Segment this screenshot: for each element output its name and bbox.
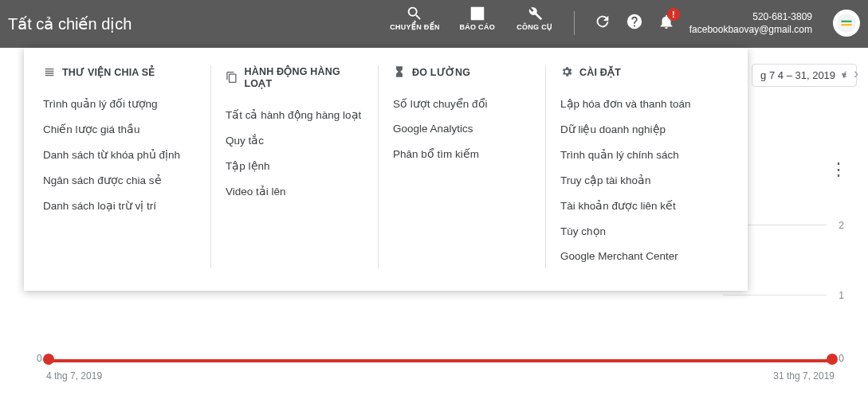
account-email: facebookbaovay@gmail.com [689,23,812,36]
axis-start-date: 4 thg 7, 2019 [46,370,102,382]
refresh-icon [594,13,611,30]
menu-item[interactable]: Tập lệnh [226,153,367,178]
svg-rect-2 [842,24,852,25]
account-info[interactable]: 520-681-3809 facebookbaovay@gmail.com [689,10,812,36]
menu-item[interactable]: Danh sách loại trừ vị trí [43,193,199,218]
menu-item-linked-accounts[interactable]: Tài khoản được liên kết [560,193,701,218]
separator [574,11,575,35]
date-next-button[interactable]: › [850,65,862,82]
menu-item[interactable]: Phân bổ tìm kiếm [393,141,534,166]
gridline [723,295,827,295]
menu-item[interactable]: Tất cả hành động hàng loạt [226,102,367,127]
date-nav: ‹ › [839,65,862,82]
reports-button[interactable]: BÁO CÁO [458,5,497,31]
alert-badge: ! [667,8,680,21]
menu-item[interactable]: Số lượt chuyển đổi [393,91,534,116]
menu-item[interactable]: Dữ liệu doanh nghiệp [560,116,701,142]
goto-search-label: CHUYỂN ĐẾN [390,23,440,31]
menu-item[interactable]: Quy tắc [226,127,367,153]
tools-button[interactable]: CÔNG CỤ [515,5,555,31]
gear-icon [560,65,573,78]
menu-item[interactable]: Lập hóa đơn và thanh toán [560,91,701,116]
menu-item[interactable]: Ngân sách được chia sẻ [43,167,199,193]
menu-item[interactable]: Trình quản lý chính sách [560,142,701,167]
avatar-icon [836,13,857,33]
date-prev-button[interactable]: ‹ [839,65,850,82]
bar-chart-icon [469,5,486,22]
menu-item[interactable]: Trình quản lý đối tượng [43,91,199,116]
col-head-bulk-actions: HÀNH ĐỘNG HÀNG LOẠT [226,65,367,89]
menu-item[interactable]: Video tải lên [226,178,367,204]
notifications-button[interactable]: ! [658,13,675,33]
col-head-settings: CÀI ĐẶT [560,65,701,78]
top-bar: Tất cả chiến dịch CHUYỂN ĐẾN BÁO CÁO CÔN… [0,0,868,48]
slider-handle-start[interactable] [43,354,54,365]
axis-right-value: 0 [839,353,844,364]
tools-label: CÔNG CỤ [516,23,552,31]
menu-item[interactable]: Google Merchant Center [560,244,701,268]
help-icon [626,13,643,30]
menu-item[interactable]: Danh sách từ khóa phủ định [43,142,199,167]
date-range-text: g 7 4 – 31, 2019 [760,69,835,81]
account-id: 520-681-3809 [752,10,812,23]
axis-end-date: 31 thg 7, 2019 [773,370,835,382]
slider-track [46,359,835,362]
avatar[interactable] [833,10,860,37]
goto-search-button[interactable]: CHUYỂN ĐẾN [390,5,440,31]
col-bulk-actions: HÀNH ĐỘNG HÀNG LOẠT Tất cả hành động hàn… [210,65,378,268]
col-measurement: ĐO LƯỜNG Số lượt chuyển đổi Google Analy… [378,65,545,268]
col-head-measurement: ĐO LƯỜNG [393,65,534,78]
menu-item[interactable]: Google Analytics [393,116,534,141]
svg-point-0 [837,14,856,33]
wrench-icon [526,5,544,22]
svg-rect-1 [842,21,852,22]
col-head-shared-library: THƯ VIỆN CHIA SẺ [43,65,199,78]
y-tick-2: 2 [839,220,844,231]
tools-menu-panel: THƯ VIỆN CHIA SẺ Trình quản lý đối tượng… [24,48,748,291]
menu-item[interactable]: Chiến lược giá thầu [43,116,199,142]
chart-more-menu[interactable]: ⋮ [830,159,846,180]
col-shared-library: THƯ VIỆN CHIA SẺ Trình quản lý đối tượng… [43,65,210,268]
search-icon [406,5,423,22]
y-tick-1: 1 [839,290,844,301]
copy-icon [226,71,238,84]
menu-item[interactable]: Tùy chọn [560,218,701,244]
page-title: Tất cả chiến dịch [0,14,132,33]
help-button[interactable] [626,13,643,33]
hourglass-icon [393,65,406,78]
menu-item[interactable]: Truy cập tài khoản [560,167,701,193]
col-settings: CÀI ĐẶT Lập hóa đơn và thanh toán Dữ liệ… [545,65,713,268]
library-icon [43,65,56,78]
slider-handle-end[interactable] [827,354,838,365]
refresh-button[interactable] [594,13,611,33]
reports-label: BÁO CÁO [459,23,495,31]
axis-left-value: 0 [37,353,42,364]
